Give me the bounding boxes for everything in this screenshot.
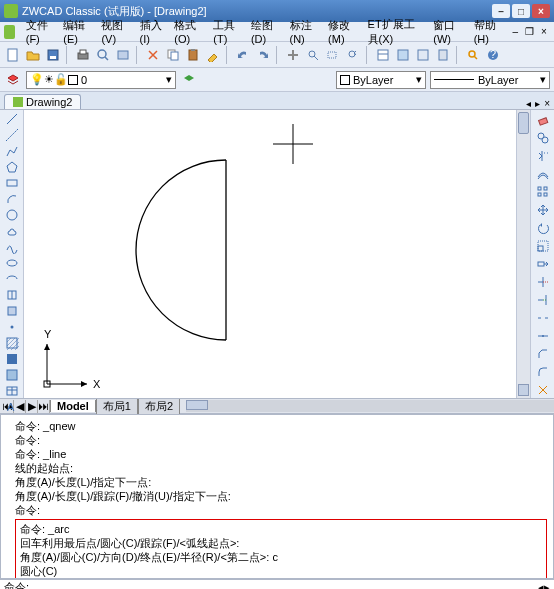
- block-icon[interactable]: [3, 304, 21, 318]
- menu-format[interactable]: 格式(O): [169, 16, 208, 47]
- chamfer-icon[interactable]: [534, 346, 552, 362]
- menu-et[interactable]: ET扩展工具(X): [363, 15, 429, 49]
- scrollbar-down-arrow[interactable]: [518, 384, 529, 396]
- array-icon[interactable]: [534, 184, 552, 200]
- pline-icon[interactable]: [3, 144, 21, 158]
- offset-icon[interactable]: [534, 166, 552, 182]
- menu-draw[interactable]: 绘图(D): [246, 16, 285, 47]
- copy-icon[interactable]: [164, 46, 182, 64]
- point-icon[interactable]: [3, 320, 21, 334]
- menu-edit[interactable]: 编辑(E): [58, 16, 96, 47]
- menu-view[interactable]: 视图(V): [96, 16, 134, 47]
- matchprop-icon[interactable]: [204, 46, 222, 64]
- horizontal-scrollbar[interactable]: [186, 400, 554, 412]
- menu-dim[interactable]: 标注(N): [285, 16, 324, 47]
- close-button[interactable]: ×: [532, 4, 550, 18]
- mirror-icon[interactable]: [534, 148, 552, 164]
- menu-file[interactable]: 文件(F): [21, 16, 59, 47]
- ellipse-icon[interactable]: [3, 256, 21, 270]
- stretch-icon[interactable]: [534, 256, 552, 272]
- calc-icon[interactable]: [434, 46, 452, 64]
- hatch-icon[interactable]: [3, 336, 21, 350]
- find-icon[interactable]: [464, 46, 482, 64]
- publish-icon[interactable]: [114, 46, 132, 64]
- extend-icon[interactable]: [534, 292, 552, 308]
- copy-obj-icon[interactable]: [534, 130, 552, 146]
- cmd-line: 命令: _arc: [20, 522, 542, 536]
- undo-icon[interactable]: [234, 46, 252, 64]
- document-tab[interactable]: Drawing2: [4, 94, 81, 109]
- revcloud-icon[interactable]: [3, 224, 21, 238]
- color-dropdown[interactable]: ByLayer ▾: [336, 71, 426, 89]
- properties-icon[interactable]: [374, 46, 392, 64]
- arc-icon[interactable]: [3, 192, 21, 206]
- menu-tools[interactable]: 工具(T): [208, 16, 246, 47]
- nav-next-icon[interactable]: ▶: [26, 400, 38, 413]
- tab-close-icon[interactable]: ×: [544, 98, 550, 109]
- mtext-icon[interactable]: A: [3, 400, 21, 414]
- break-icon[interactable]: [534, 310, 552, 326]
- doc-minimize-button[interactable]: –: [509, 26, 521, 38]
- move-icon[interactable]: [534, 202, 552, 218]
- layer-manager-icon[interactable]: [4, 71, 22, 89]
- scrollbar-thumb[interactable]: [518, 112, 529, 134]
- fillet-icon[interactable]: [534, 364, 552, 380]
- svg-marker-46: [81, 381, 87, 387]
- rect-icon[interactable]: [3, 176, 21, 190]
- nav-last-icon[interactable]: ⏭: [38, 400, 50, 413]
- region-icon[interactable]: [3, 368, 21, 382]
- menu-window[interactable]: 窗口(W): [428, 16, 468, 47]
- spline-icon[interactable]: [3, 240, 21, 254]
- help-icon[interactable]: ?: [484, 46, 502, 64]
- svg-marker-27: [7, 162, 17, 172]
- circle-icon[interactable]: [3, 208, 21, 222]
- scale-icon[interactable]: [534, 238, 552, 254]
- tab-layout2[interactable]: 布局2: [138, 399, 180, 414]
- zoom-rt-icon[interactable]: [304, 46, 322, 64]
- pan-icon[interactable]: [284, 46, 302, 64]
- svg-rect-37: [7, 370, 17, 380]
- dc-icon[interactable]: [394, 46, 412, 64]
- trim-icon[interactable]: [534, 274, 552, 290]
- insert-icon[interactable]: [3, 288, 21, 302]
- paste-icon[interactable]: [184, 46, 202, 64]
- menu-insert[interactable]: 插入(I): [135, 16, 170, 47]
- rotate-icon[interactable]: [534, 220, 552, 236]
- menu-help[interactable]: 帮助(H): [469, 16, 508, 47]
- new-icon[interactable]: [4, 46, 22, 64]
- cut-icon[interactable]: [144, 46, 162, 64]
- redo-icon[interactable]: [254, 46, 272, 64]
- print-icon[interactable]: [74, 46, 92, 64]
- layer-dropdown[interactable]: 💡 ☀ 🔓 0 ▾: [26, 71, 176, 89]
- open-icon[interactable]: [24, 46, 42, 64]
- ellipsearc-icon[interactable]: [3, 272, 21, 286]
- drawing-canvas[interactable]: X Y: [24, 110, 516, 398]
- erase-icon[interactable]: [534, 112, 552, 128]
- tab-next-icon[interactable]: ▸: [535, 98, 540, 109]
- join-icon[interactable]: [534, 328, 552, 344]
- xline-icon[interactable]: [3, 128, 21, 142]
- explode-icon[interactable]: [534, 382, 552, 398]
- vertical-scrollbar[interactable]: [516, 110, 530, 398]
- zoom-prev-icon[interactable]: [344, 46, 362, 64]
- lock-icon: 🔓: [54, 73, 68, 86]
- tab-prev-icon[interactable]: ◂: [526, 98, 531, 109]
- doc-close-button[interactable]: ×: [538, 26, 550, 38]
- hscroll-thumb[interactable]: [186, 400, 208, 410]
- polygon-icon[interactable]: [3, 160, 21, 174]
- linetype-dropdown[interactable]: ByLayer ▾: [430, 71, 550, 89]
- tab-model[interactable]: Model: [50, 400, 96, 412]
- layer-prev-icon[interactable]: [180, 71, 198, 89]
- save-icon[interactable]: [44, 46, 62, 64]
- gradient-icon[interactable]: [3, 352, 21, 366]
- menu-modify[interactable]: 修改(M): [323, 16, 362, 47]
- line-icon[interactable]: [3, 112, 21, 126]
- preview-icon[interactable]: [94, 46, 112, 64]
- maximize-button[interactable]: □: [512, 4, 530, 18]
- tab-layout1[interactable]: 布局1: [96, 399, 138, 414]
- table-icon[interactable]: [3, 384, 21, 398]
- doc-restore-button[interactable]: ❐: [524, 26, 536, 38]
- tp-icon[interactable]: [414, 46, 432, 64]
- zoom-win-icon[interactable]: [324, 46, 342, 64]
- command-history[interactable]: 命令: _qnew 命令: 命令: _line 线的起始点: 角度(A)/长度(…: [0, 414, 554, 579]
